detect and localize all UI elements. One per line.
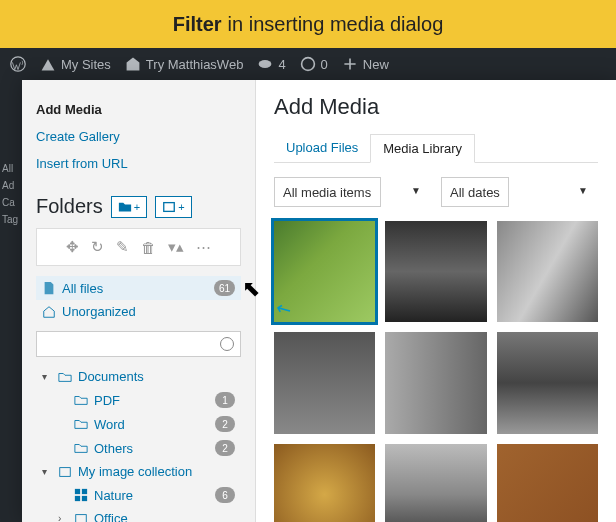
- wp-admin-bar: My Sites Try MatthiasWeb 4 0 New: [0, 48, 616, 80]
- media-thumb[interactable]: [497, 444, 598, 522]
- sidebar-create-gallery[interactable]: Create Gallery: [36, 123, 241, 150]
- svg-rect-5: [82, 489, 87, 494]
- comments-link[interactable]: 4: [257, 56, 285, 72]
- new-folder-button[interactable]: +: [111, 196, 147, 218]
- new-gallery-button[interactable]: +: [155, 196, 191, 218]
- page-title: Add Media: [274, 94, 598, 120]
- tree-nature[interactable]: Nature 6: [36, 483, 241, 507]
- refresh-icon[interactable]: ↻: [91, 238, 104, 256]
- tree-image-collection[interactable]: ▾ My image collection: [36, 460, 241, 483]
- sidebar-insert-url[interactable]: Insert from URL: [36, 150, 241, 177]
- updates-link[interactable]: 0: [300, 56, 328, 72]
- svg-rect-4: [75, 489, 80, 494]
- chevron-right-icon: ›: [58, 513, 68, 522]
- folder-toolbar: ✥ ↻ ✎ 🗑 ▾▴ ⋯: [36, 228, 241, 266]
- svg-rect-6: [75, 496, 80, 501]
- count-badge: 61: [214, 280, 235, 296]
- media-thumb[interactable]: [385, 221, 486, 322]
- media-modal: Add Media Create Gallery Insert from URL…: [22, 80, 616, 522]
- svg-rect-7: [82, 496, 87, 501]
- media-grid: [274, 221, 598, 522]
- tree-documents[interactable]: ▾ Documents: [36, 365, 241, 388]
- folders-header: Folders + +: [36, 195, 241, 218]
- media-thumb[interactable]: [274, 332, 375, 433]
- svg-rect-2: [164, 202, 175, 211]
- sort-icon[interactable]: ▾▴: [168, 238, 184, 256]
- folder-search-input[interactable]: [36, 331, 241, 357]
- move-icon[interactable]: ✥: [66, 238, 79, 256]
- tree-word[interactable]: Word 2: [36, 412, 241, 436]
- media-thumb[interactable]: [274, 221, 375, 322]
- tree-pdf[interactable]: PDF 1: [36, 388, 241, 412]
- chevron-down-icon: ▾: [42, 466, 52, 477]
- chevron-down-icon: ▾: [42, 371, 52, 382]
- svg-rect-8: [76, 514, 87, 522]
- media-tabs: Upload Files Media Library: [274, 134, 598, 163]
- media-thumb[interactable]: [385, 332, 486, 433]
- sidebar-add-media[interactable]: Add Media: [36, 96, 241, 123]
- tree-unorganized[interactable]: Unorganized: [36, 300, 241, 323]
- media-thumb[interactable]: [385, 444, 486, 522]
- edit-icon[interactable]: ✎: [116, 238, 129, 256]
- media-main: Add Media Upload Files Media Library All…: [256, 80, 616, 522]
- media-thumb[interactable]: [274, 444, 375, 522]
- folders-title: Folders: [36, 195, 103, 218]
- wp-admin-menu: AllAdCaTag: [0, 80, 22, 522]
- tree-office[interactable]: › Office: [36, 507, 241, 522]
- tab-media-library[interactable]: Media Library: [370, 134, 475, 163]
- folder-tree: All files 61 Unorganized ▾ Documents PDF…: [36, 276, 241, 522]
- trash-icon[interactable]: 🗑: [141, 239, 156, 256]
- site-name-link[interactable]: Try MatthiasWeb: [125, 56, 244, 72]
- filter-date-select[interactable]: All dates: [441, 177, 509, 207]
- wp-logo-icon[interactable]: [10, 56, 26, 72]
- media-filters: All media items All dates: [274, 177, 598, 207]
- filter-type-select[interactable]: All media items: [274, 177, 381, 207]
- tree-others[interactable]: Others 2: [36, 436, 241, 460]
- banner: Filter in inserting media dialog: [0, 0, 616, 48]
- media-sidebar: Add Media Create Gallery Insert from URL…: [22, 80, 256, 522]
- banner-text: in inserting media dialog: [228, 13, 444, 36]
- tab-upload-files[interactable]: Upload Files: [274, 134, 370, 162]
- new-content-link[interactable]: New: [342, 56, 389, 72]
- my-sites-link[interactable]: My Sites: [40, 56, 111, 72]
- tree-all-files[interactable]: All files 61: [36, 276, 241, 300]
- svg-point-1: [301, 58, 314, 71]
- banner-bold: Filter: [173, 13, 222, 36]
- media-thumb[interactable]: [497, 332, 598, 433]
- svg-rect-3: [60, 467, 71, 476]
- media-thumb[interactable]: [497, 221, 598, 322]
- more-icon[interactable]: ⋯: [196, 238, 211, 256]
